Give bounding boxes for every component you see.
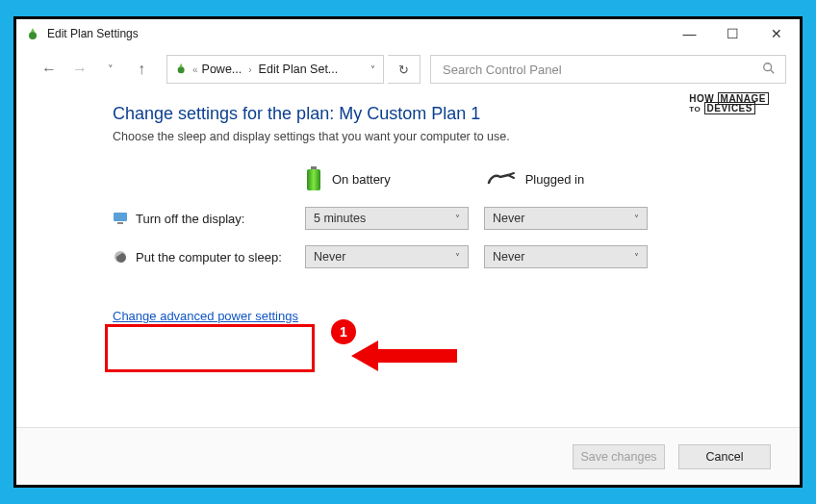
forward-button[interactable]: → (66, 56, 93, 83)
refresh-button[interactable]: ↻ (388, 55, 421, 84)
window-title: Edit Plan Settings (47, 27, 139, 40)
svg-rect-7 (117, 222, 123, 224)
breadcrumb-icon (175, 62, 189, 78)
chevron-down-icon: ˅ (455, 252, 460, 263)
minimize-button[interactable]: — (668, 19, 711, 48)
row-put-to-sleep: Put the computer to sleep: Never ˅ Never… (113, 245, 761, 268)
row-label-display: Turn off the display: (113, 211, 305, 226)
footer-bar: Save changes Cancel (16, 427, 800, 485)
column-headers: On battery Plugged in (305, 166, 761, 191)
plug-icon (487, 171, 516, 187)
annotation-highlight-box (105, 324, 315, 372)
titlebar: Edit Plan Settings — ☐ ✕ (16, 19, 800, 48)
row-label-sleep: Put the computer to sleep: (113, 249, 305, 265)
breadcrumb-item-1[interactable]: Edit Plan Set... (259, 63, 339, 76)
svg-point-0 (29, 32, 37, 39)
svg-point-2 (764, 63, 772, 70)
up-button[interactable]: ↑ (128, 56, 155, 83)
breadcrumb-item-0[interactable]: Powe... (202, 63, 242, 76)
svg-rect-6 (114, 213, 127, 221)
display-icon (113, 211, 128, 226)
svg-point-1 (178, 66, 185, 73)
annotation-arrow-icon (351, 337, 457, 375)
save-changes-button[interactable]: Save changes (573, 444, 665, 469)
address-chevron-icon[interactable]: ˅ (370, 64, 375, 75)
display-plugged-select[interactable]: Never ˅ (484, 207, 648, 230)
plugged-in-header: Plugged in (487, 171, 584, 187)
recent-locations-button[interactable]: ˅ (97, 56, 124, 83)
plugged-in-label: Plugged in (525, 172, 584, 187)
nav-bar: ← → ˅ ↑ « Powe... › Edit Plan Set... ˅ ↻ (16, 48, 800, 90)
back-button[interactable]: ← (36, 56, 63, 83)
breadcrumb-prefix-icon: « (192, 64, 198, 75)
change-advanced-power-settings-link[interactable]: Change advanced power settings (113, 309, 298, 323)
sleep-battery-select[interactable]: Never ˅ (305, 245, 469, 268)
row-turn-off-display: Turn off the display: 5 minutes ˅ Never … (113, 207, 761, 230)
chevron-down-icon: ˅ (634, 214, 639, 224)
sleep-plugged-select[interactable]: Never ˅ (484, 245, 648, 268)
search-input[interactable] (441, 62, 776, 78)
watermark-logo: HOW MANAGE TO DEVICES (689, 94, 769, 113)
content-area: Change settings for the plan: My Custom … (16, 90, 800, 427)
close-button[interactable]: ✕ (754, 19, 798, 48)
page-title: Change settings for the plan: My Custom … (113, 104, 761, 124)
page-subtitle: Choose the sleep and display settings th… (113, 130, 761, 143)
display-battery-select[interactable]: 5 minutes ˅ (305, 207, 469, 230)
svg-rect-4 (311, 166, 317, 169)
sleep-icon (113, 249, 128, 265)
svg-marker-10 (351, 340, 378, 371)
chevron-down-icon: ˅ (634, 252, 639, 263)
svg-line-3 (771, 69, 775, 73)
app-icon (26, 26, 41, 41)
window-frame: Edit Plan Settings — ☐ ✕ ← → ˅ ↑ « Powe.… (13, 16, 803, 488)
search-box[interactable] (430, 55, 786, 84)
chevron-down-icon: ˅ (455, 214, 460, 224)
svg-rect-5 (307, 169, 320, 190)
cancel-button[interactable]: Cancel (678, 444, 771, 469)
battery-icon (305, 166, 322, 191)
search-icon (762, 62, 776, 78)
on-battery-header: On battery (305, 166, 391, 191)
address-bar[interactable]: « Powe... › Edit Plan Set... ˅ (166, 55, 384, 84)
breadcrumb-separator-icon: › (245, 64, 254, 75)
on-battery-label: On battery (332, 172, 391, 187)
maximize-button[interactable]: ☐ (711, 19, 754, 48)
